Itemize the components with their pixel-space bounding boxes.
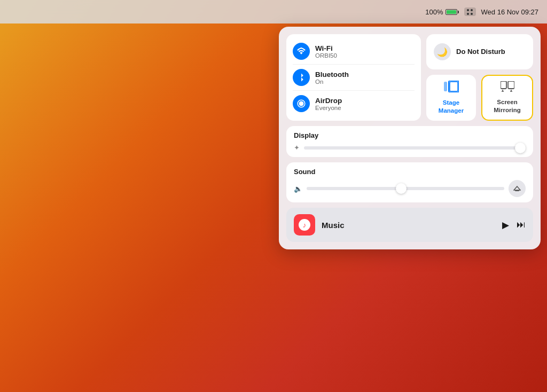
svg-rect-1 — [444, 82, 447, 91]
bluetooth-icon-circle — [293, 69, 310, 86]
display-slider-thumb[interactable] — [515, 143, 526, 153]
sound-controls: 🔈 — [294, 180, 526, 197]
sound-slider-track[interactable] — [307, 187, 504, 190]
stage-manager-tile[interactable]: Stage Manager — [426, 75, 476, 121]
screen-mirroring-svg — [501, 81, 514, 93]
stage-manager-icon — [444, 81, 459, 96]
sound-slider-thumb[interactable] — [396, 183, 407, 194]
network-tile: Wi-Fi ORBI50 Bluetooth On — [286, 34, 421, 121]
wifi-item[interactable]: Wi-Fi ORBI50 — [293, 38, 415, 65]
airdrop-icon-circle — [293, 95, 310, 112]
display-title: Display — [294, 131, 526, 139]
bottom-right-tiles: Stage Manager — [426, 75, 533, 121]
cc-dot-row-top — [466, 9, 474, 11]
menu-bar: 100% Wed 16 Nov 09:27 — [0, 0, 547, 23]
svg-rect-11 — [515, 190, 519, 191]
music-note-circle: ♪ — [299, 219, 310, 231]
dnd-label: Do Not Disturb — [456, 48, 505, 57]
screen-mirroring-label: Screen Mirroring — [488, 98, 527, 114]
sound-slider-inner: 🔈 — [294, 185, 504, 193]
cc-dot — [471, 13, 473, 15]
menu-bar-right: 100% Wed 16 Nov 09:27 — [425, 7, 538, 16]
bluetooth-icon — [296, 73, 306, 82]
screen-mirroring-tile[interactable]: Screen Mirroring — [481, 75, 533, 121]
battery-group: 100% — [425, 8, 458, 16]
svg-rect-3 — [450, 82, 458, 91]
battery-percentage: 100% — [425, 8, 443, 16]
display-section: Display ✦ — [286, 126, 533, 157]
bluetooth-sub: On — [315, 79, 349, 85]
music-label: Music — [322, 221, 496, 230]
control-center-panel: Wi-Fi ORBI50 Bluetooth On — [279, 27, 541, 249]
sound-slider-row: 🔈 — [294, 185, 504, 193]
cc-dot-row-bottom — [466, 13, 474, 15]
wifi-name: Wi-Fi — [315, 44, 337, 52]
music-section: ♪ Music ▶ ⏭ — [286, 208, 533, 242]
music-controls: ▶ ⏭ — [502, 219, 526, 231]
top-section: Wi-Fi ORBI50 Bluetooth On — [286, 34, 533, 121]
svg-rect-4 — [501, 81, 506, 89]
airdrop-icon — [296, 99, 306, 108]
screen-mirroring-icon — [501, 81, 514, 95]
bluetooth-name: Bluetooth — [315, 70, 349, 79]
wifi-icon-circle — [293, 43, 310, 60]
svg-marker-10 — [514, 186, 520, 190]
stage-manager-svg — [444, 81, 459, 92]
bluetooth-item[interactable]: Bluetooth On — [293, 65, 415, 91]
airdrop-item[interactable]: AirDrop Everyone — [293, 91, 415, 116]
volume-icon: 🔈 — [294, 185, 302, 193]
music-app-icon: ♪ — [294, 214, 315, 236]
cc-dot — [471, 9, 473, 11]
wifi-sub: ORBI50 — [315, 52, 337, 59]
airplay-icon — [513, 185, 521, 192]
bluetooth-text: Bluetooth On — [315, 70, 349, 85]
svg-rect-5 — [508, 81, 514, 89]
battery-fill — [447, 10, 456, 14]
battery-icon — [446, 9, 459, 15]
dnd-icon: 🌙 — [434, 43, 451, 60]
airdrop-text: AirDrop Everyone — [315, 97, 342, 111]
wifi-icon — [296, 46, 306, 56]
date-time: Wed 16 Nov 09:27 — [481, 8, 538, 16]
brightness-icon: ✦ — [294, 144, 300, 152]
wifi-text: Wi-Fi ORBI50 — [315, 44, 337, 59]
desktop: 100% Wed 16 Nov 09:27 — [0, 0, 547, 392]
display-slider-track[interactable] — [304, 146, 526, 150]
display-slider-row: ✦ — [294, 144, 526, 152]
play-button[interactable]: ▶ — [502, 219, 509, 231]
right-tiles: 🌙 Do Not Disturb Stage Manager — [426, 34, 533, 121]
airdrop-name: AirDrop — [315, 97, 342, 105]
sound-section: Sound 🔈 — [286, 162, 533, 202]
cc-dot — [467, 13, 469, 15]
skip-button[interactable]: ⏭ — [517, 219, 526, 230]
stage-manager-label: Stage Manager — [432, 99, 471, 115]
airplay-button[interactable] — [509, 180, 526, 197]
airdrop-sub: Everyone — [315, 105, 342, 111]
battery-tip — [458, 11, 459, 13]
do-not-disturb-tile[interactable]: 🌙 Do Not Disturb — [426, 34, 533, 69]
battery-body — [446, 9, 457, 15]
control-center-icon[interactable] — [464, 7, 476, 16]
sound-title: Sound — [294, 168, 526, 176]
cc-dot — [467, 9, 469, 11]
music-note-icon: ♪ — [303, 221, 307, 229]
